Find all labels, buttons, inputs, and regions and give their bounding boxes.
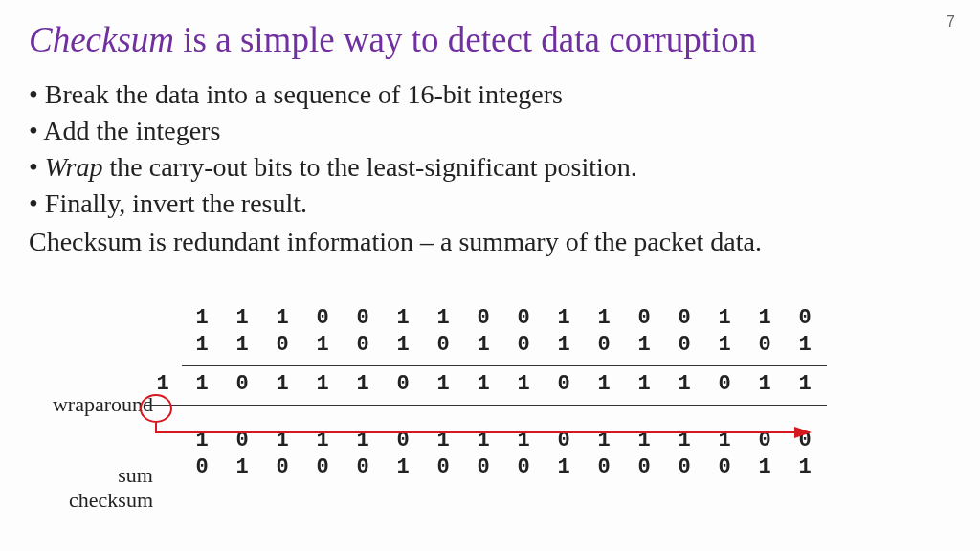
row-operand-a: 1110011001100110 [182,306,827,333]
bit-cell: 0 [302,455,343,479]
bit-cell: 0 [423,333,463,357]
bit-cell: 0 [544,429,584,452]
bullet-3-rest: the carry-out bits to the least-signific… [103,152,637,182]
bit-cell: 1 [182,333,222,357]
bit-cell: 1 [544,306,584,330]
bit-cell: 0 [343,455,383,479]
bullet-4: Finally, invert the result. [29,188,951,219]
summary-text: Checksum is redundant information – a su… [29,227,980,257]
bit-cell: 1 [584,306,624,330]
bit-cell: 0 [343,333,383,357]
bit-cell: 1 [544,333,584,357]
bit-cell: 1 [544,455,584,479]
bit-cell: 0 [664,455,704,479]
bit-cell: 1 [262,429,302,452]
row-checksum: 0100010001000011 [182,455,827,482]
bit-cell: 1 [584,429,624,452]
bit-cell: 1 [343,429,383,452]
bit-cell: 1 [704,429,745,452]
bit-cell: 0 [343,306,383,330]
bullet-3: Wrap the carry-out bits to the least-sig… [29,152,951,183]
bit-cell: 1 [182,306,222,330]
bit-cell: 0 [544,372,584,396]
title-word-checksum: Checksum [29,20,174,59]
bit-cell: 1 [383,306,423,330]
bit-cell: 1 [222,306,262,330]
bit-cell: 0 [302,306,343,330]
row-sum: 1011101110111100 [182,429,827,455]
bit-cell: 0 [624,455,664,479]
bit-cell: 0 [383,372,423,396]
bit-cell: 0 [785,429,825,452]
bit-cell: 1 [785,372,825,396]
bit-cell: 0 [503,306,544,330]
bit-cell: 1 [423,306,463,330]
bit-cell: 1 [222,455,262,479]
bit-cell: 0 [664,306,704,330]
bit-cell: 0 [423,455,463,479]
bit-cell: 0 [262,333,302,357]
bit-cell: 1 [182,429,222,452]
bit-cell: 0 [664,333,704,357]
bit-cell: 1 [302,372,343,396]
bit-cell: 0 [463,306,503,330]
bit-cell: 1 [262,372,302,396]
bits-table: 1110011001100110 1101010101010101 110111… [182,306,827,482]
bit-cell: 1 [423,429,463,452]
bit-cell: 1 [383,333,423,357]
bullet-list: Break the data into a sequence of 16-bit… [0,70,980,219]
bit-cell: 1 [262,306,302,330]
bit-cell: 0 [785,306,825,330]
divider-1 [182,365,827,366]
page-number: 7 [947,13,955,31]
bit-cell: 0 [463,455,503,479]
divider-2 [144,405,827,406]
bit-cell: 1 [704,306,745,330]
bit-cell: 1 [584,372,624,396]
bit-cell: 1 [745,372,785,396]
bit-cell: 1 [704,333,745,357]
bit-cell: 0 [222,429,262,452]
bit-cell: 1 [785,333,825,357]
bit-cell: 1 [664,372,704,396]
bit-cell: 1 [624,372,664,396]
bit-cell: 1 [664,429,704,452]
bit-cell: 0 [503,455,544,479]
bit-cell: 1 [302,429,343,452]
bit-cell: 0 [584,333,624,357]
bit-cell: 1 [383,455,423,479]
bit-cell: 1 [343,372,383,396]
bit-cell: 1 [182,372,222,396]
bit-cell: 1 [745,306,785,330]
bit-cell: 1 [423,372,463,396]
label-wraparound: wraparound [53,392,153,417]
bit-cell: 0 [383,429,423,452]
title-rest: is a simple way to detect data corruptio… [174,20,756,59]
bit-cell: 1 [302,333,343,357]
bit-cell: 0 [262,455,302,479]
bit-cell: 1 [624,333,664,357]
bit-cell: 1 [463,333,503,357]
bit-cell: 1 [745,455,785,479]
carry-bit: 1 [144,372,182,396]
bit-cell: 1 [624,429,664,452]
label-sum: sum [118,463,153,488]
bit-cell: 0 [584,455,624,479]
bit-cell: 0 [624,306,664,330]
label-checksum: checksum [69,488,153,513]
bit-cell: 1 [503,372,544,396]
row-operand-b: 1101010101010101 [182,333,827,360]
slide-title: Checksum is a simple way to detect data … [0,0,980,70]
bullet-1: Break the data into a sequence of 16-bit… [29,79,951,110]
bit-cell: 0 [745,333,785,357]
bullet-3-emph: Wrap [45,152,103,182]
bit-cell: 1 [503,429,544,452]
bit-cell: 1 [785,455,825,479]
bit-cell: 1 [222,333,262,357]
bit-cell: 0 [745,429,785,452]
bit-cell: 0 [704,372,745,396]
bit-cell: 0 [182,455,222,479]
bit-cell: 0 [503,333,544,357]
bit-cell: 0 [704,455,745,479]
bit-cell: 0 [222,372,262,396]
